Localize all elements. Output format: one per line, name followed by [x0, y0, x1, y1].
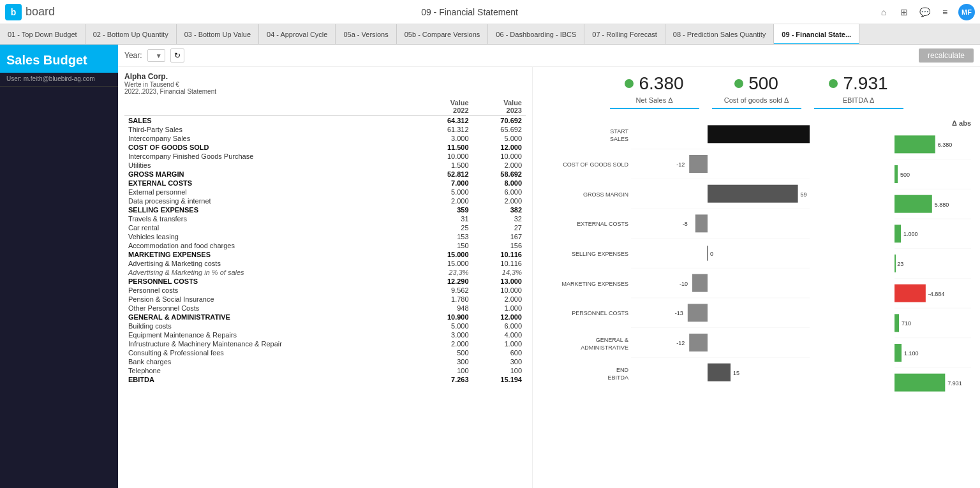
- table-row: Bank charges300300: [124, 357, 526, 366]
- year-select[interactable]: [147, 49, 165, 62]
- row-value-2023: 27: [473, 223, 526, 232]
- row-value-2022: 15.000: [419, 250, 472, 259]
- row-label: Car rental: [124, 223, 419, 232]
- col-header-2023: Value2023: [473, 98, 526, 116]
- kpi-top: 6.380: [625, 73, 683, 94]
- waterfall-bar: [688, 304, 708, 322]
- row-label: PERSONNEL COSTS: [124, 277, 419, 286]
- table-row: MARKETING EXPENSES15.00010.116: [124, 250, 526, 259]
- row-value-2022: 1.780: [419, 295, 472, 304]
- row-value-2022: 359: [419, 205, 472, 214]
- row-value-2022: 500: [419, 348, 472, 357]
- tab-item-05b[interactable]: 05b - Compare Versions: [397, 24, 489, 45]
- row-value-2023: 10.116: [473, 250, 526, 259]
- content-body: Alpha Corp. Werte in Tausend € 2022..202…: [118, 67, 980, 488]
- row-label: Advertising & Marketing in % of sales: [124, 268, 419, 277]
- kpi-card: 500 Cost of goods sold Δ: [712, 73, 801, 109]
- row-value-2023: 2.000: [473, 295, 526, 304]
- waterfall-value: 0: [710, 251, 713, 257]
- tab-item-08[interactable]: 08 - Prediction Sales Quantity: [665, 24, 775, 45]
- table-panel: Alpha Corp. Werte in Tausend € 2022..202…: [118, 67, 533, 488]
- table-row: Building costs5.0006.000: [124, 322, 526, 330]
- row-label: SELLING EXPENSES: [124, 205, 419, 214]
- tab-item-03[interactable]: 03 - Bottom Up Value: [177, 24, 259, 45]
- menu-icon[interactable]: ≡: [938, 5, 952, 19]
- row-value-2023: 10.116: [473, 259, 526, 268]
- company-name: Alpha Corp.: [124, 72, 526, 81]
- tab-item-06[interactable]: 06 - Dashboarding - IBCS: [488, 24, 584, 45]
- content-area: Year: ▼ ↻ recalculate Alpha Corp. Werte …: [118, 45, 980, 488]
- row-value-2023: 58.692: [473, 170, 526, 179]
- kpi-card: 6.380 Net Sales Δ: [610, 73, 699, 109]
- row-value-2023: 100: [473, 366, 526, 375]
- right-bar-label: 7.931: [947, 380, 962, 387]
- tab-item-02[interactable]: 02 - Bottom Up Quantity: [85, 24, 177, 45]
- row-label: EXTERNAL COSTS: [124, 179, 419, 188]
- right-bar: [895, 374, 945, 392]
- row-label: Other Personnel Costs: [124, 304, 419, 313]
- row-value-2023: 15.194: [473, 375, 526, 384]
- row-label: COST OF GOODS SOLD: [124, 143, 419, 152]
- subtitle-line2: 2022..2023, Financial Statement: [124, 88, 526, 95]
- table-row: Intercompany Sales3.0005.000: [124, 134, 526, 143]
- waterfall-bar: [708, 185, 798, 203]
- page-title: 09 - Financial Statement: [63, 7, 877, 17]
- tab-item-01[interactable]: 01 - Top Down Budget: [0, 24, 85, 45]
- home-icon[interactable]: ⌂: [877, 5, 891, 19]
- row-value-2023: 8.000: [473, 179, 526, 188]
- avatar[interactable]: MF: [958, 4, 975, 20]
- row-label: SALES: [124, 116, 419, 126]
- recalculate-button[interactable]: recalculate: [919, 48, 974, 63]
- right-bar-label: -4.884: [928, 291, 945, 297]
- row-value-2023: 13.000: [473, 277, 526, 286]
- row-label: Bank charges: [124, 357, 419, 366]
- kpi-dot: [829, 79, 838, 88]
- table-row: Vehicles leasing153167: [124, 232, 526, 241]
- table-row: Travels & transfers3132: [124, 214, 526, 223]
- waterfall-label: EXTERNAL COSTS: [577, 221, 628, 227]
- table-row: Infrustructure & Machinery Maintenance &…: [124, 339, 526, 348]
- kpi-top: 7.931: [829, 73, 887, 94]
- row-value-2023: 70.692: [473, 116, 526, 126]
- tab-item-04[interactable]: 04 - Approval Cycle: [259, 24, 336, 45]
- table-row: Car rental2527: [124, 223, 526, 232]
- waterfall-bar: [708, 125, 810, 143]
- tab-item-05a[interactable]: 05a - Versions: [336, 24, 396, 45]
- row-value-2022: 15.000: [419, 259, 472, 268]
- year-select-wrapper[interactable]: ▼: [147, 49, 165, 62]
- tab-item-07[interactable]: 07 - Rolling Forecast: [584, 24, 665, 45]
- row-value-2022: 2.000: [419, 196, 472, 205]
- tab-item-09[interactable]: 09 - Financial State...: [774, 24, 859, 45]
- right-bar-label: 1.100: [904, 350, 919, 357]
- kpi-dot: [734, 79, 743, 88]
- waterfall-value: 59: [801, 191, 807, 198]
- refresh-button[interactable]: ↻: [170, 48, 184, 63]
- chart-panel: 6.380 Net Sales Δ 500 Cost of goods sold…: [533, 67, 980, 488]
- row-value-2022: 150: [419, 241, 472, 250]
- main-layout: Sales Budget User: m.feith@bluebird-ag.c…: [0, 45, 980, 488]
- logo-text: board: [26, 5, 55, 18]
- right-bar-label: 5.880: [935, 202, 949, 208]
- row-label: Vehicles leasing: [124, 232, 419, 241]
- waterfall-label: ENDEBITDA: [607, 367, 628, 381]
- row-value-2022: 2.000: [419, 339, 472, 348]
- row-value-2022: 23,3%: [419, 268, 472, 277]
- right-bar: [895, 135, 935, 153]
- chat-icon[interactable]: 💬: [917, 5, 932, 19]
- waterfall-value: -12: [676, 161, 685, 168]
- right-bar: [895, 344, 902, 362]
- row-value-2022: 3.000: [419, 134, 472, 143]
- right-bar: [895, 195, 932, 213]
- row-value-2023: 6.000: [473, 322, 526, 330]
- sidebar-heading: Sales Budget: [6, 52, 112, 68]
- row-value-2022: 64.312: [419, 116, 472, 126]
- right-bar-label: 6.380: [938, 142, 953, 148]
- table-row: Personnel costs9.56210.000: [124, 286, 526, 295]
- row-label: Travels & transfers: [124, 214, 419, 223]
- grid-icon[interactable]: ⊞: [897, 5, 911, 19]
- waterfall-bar: [692, 274, 708, 292]
- row-value-2023: 10.000: [473, 152, 526, 161]
- row-label: Accommodation and food charges: [124, 241, 419, 250]
- table-row: Intercompany Finished Goods Purchase10.0…: [124, 152, 526, 161]
- row-value-2023: 10.000: [473, 286, 526, 295]
